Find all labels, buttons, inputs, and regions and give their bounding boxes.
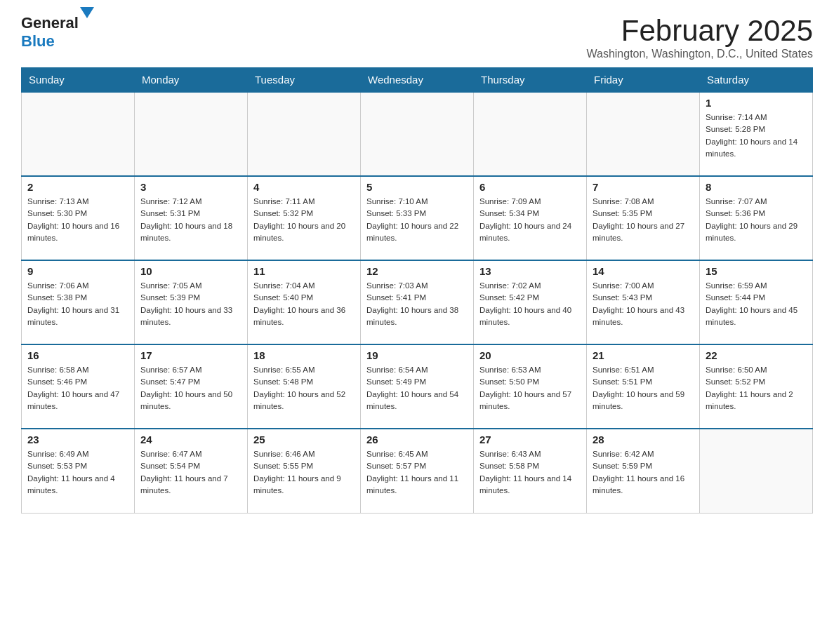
- day-info: Sunrise: 7:04 AMSunset: 5:40 PMDaylight:…: [253, 280, 355, 328]
- week-row-2: 2Sunrise: 7:13 AMSunset: 5:30 PMDaylight…: [22, 176, 813, 260]
- header-monday: Monday: [135, 68, 248, 93]
- day-number: 15: [706, 265, 807, 277]
- day-info: Sunrise: 6:53 AMSunset: 5:50 PMDaylight:…: [479, 364, 581, 412]
- calendar-cell-w2-d2: 3Sunrise: 7:12 AMSunset: 5:31 PMDaylight…: [135, 176, 248, 260]
- day-info: Sunrise: 6:55 AMSunset: 5:48 PMDaylight:…: [253, 364, 355, 412]
- day-info: Sunrise: 6:49 AMSunset: 5:53 PMDaylight:…: [27, 448, 128, 497]
- header-friday: Friday: [587, 68, 700, 93]
- day-number: 26: [366, 434, 468, 445]
- day-number: 21: [593, 349, 694, 361]
- calendar-cell-w4-d6: 21Sunrise: 6:51 AMSunset: 5:51 PMDayligh…: [587, 344, 700, 429]
- header-saturday: Saturday: [700, 68, 813, 93]
- day-number: 8: [706, 181, 807, 193]
- logo-text: General Blue: [21, 14, 94, 51]
- week-row-4: 16Sunrise: 6:58 AMSunset: 5:46 PMDayligh…: [22, 344, 813, 429]
- calendar-cell-w5-d5: 27Sunrise: 6:43 AMSunset: 5:58 PMDayligh…: [474, 429, 587, 513]
- header-sunday: Sunday: [22, 68, 135, 93]
- week-row-1: 1Sunrise: 7:14 AMSunset: 5:28 PMDaylight…: [22, 92, 813, 176]
- day-number: 16: [27, 349, 128, 361]
- day-number: 13: [479, 265, 581, 277]
- header-tuesday: Tuesday: [248, 68, 361, 93]
- day-info: Sunrise: 7:12 AMSunset: 5:31 PMDaylight:…: [140, 196, 241, 244]
- calendar-cell-w5-d2: 24Sunrise: 6:47 AMSunset: 5:54 PMDayligh…: [135, 429, 248, 513]
- calendar-cell-w1-d6: [587, 92, 700, 176]
- day-info: Sunrise: 7:10 AMSunset: 5:33 PMDaylight:…: [366, 196, 468, 244]
- calendar-cell-w5-d6: 28Sunrise: 6:42 AMSunset: 5:59 PMDayligh…: [587, 429, 700, 513]
- calendar-cell-w3-d4: 12Sunrise: 7:03 AMSunset: 5:41 PMDayligh…: [361, 260, 474, 344]
- day-info: Sunrise: 7:09 AMSunset: 5:34 PMDaylight:…: [479, 196, 581, 244]
- page-header: General Blue February 2025 Washington, W…: [21, 14, 813, 60]
- calendar-cell-w1-d1: [22, 92, 135, 176]
- week-row-3: 9Sunrise: 7:06 AMSunset: 5:38 PMDaylight…: [22, 260, 813, 344]
- day-number: 4: [253, 181, 355, 193]
- day-number: 11: [253, 265, 355, 277]
- logo-blue: Blue: [21, 32, 55, 50]
- calendar-cell-w1-d2: [135, 92, 248, 176]
- title-area: February 2025 Washington, Washington, D.…: [586, 14, 813, 60]
- day-number: 24: [140, 434, 241, 445]
- day-info: Sunrise: 6:58 AMSunset: 5:46 PMDaylight:…: [27, 364, 128, 412]
- day-info: Sunrise: 6:50 AMSunset: 5:52 PMDaylight:…: [706, 364, 807, 412]
- calendar-cell-w2-d7: 8Sunrise: 7:07 AMSunset: 5:36 PMDaylight…: [700, 176, 813, 260]
- day-info: Sunrise: 6:46 AMSunset: 5:55 PMDaylight:…: [253, 448, 355, 497]
- calendar-cell-w1-d5: [474, 92, 587, 176]
- day-number: 28: [593, 434, 694, 445]
- day-number: 10: [140, 265, 241, 277]
- calendar-cell-w2-d1: 2Sunrise: 7:13 AMSunset: 5:30 PMDaylight…: [22, 176, 135, 260]
- calendar-cell-w4-d3: 18Sunrise: 6:55 AMSunset: 5:48 PMDayligh…: [248, 344, 361, 429]
- day-info: Sunrise: 7:02 AMSunset: 5:42 PMDaylight:…: [479, 280, 581, 328]
- header-wednesday: Wednesday: [361, 68, 474, 93]
- day-info: Sunrise: 7:08 AMSunset: 5:35 PMDaylight:…: [593, 196, 694, 244]
- day-info: Sunrise: 6:51 AMSunset: 5:51 PMDaylight:…: [593, 364, 694, 412]
- calendar-cell-w2-d5: 6Sunrise: 7:09 AMSunset: 5:34 PMDaylight…: [474, 176, 587, 260]
- day-number: 1: [706, 97, 807, 109]
- day-info: Sunrise: 7:14 AMSunset: 5:28 PMDaylight:…: [706, 112, 807, 160]
- day-info: Sunrise: 7:05 AMSunset: 5:39 PMDaylight:…: [140, 280, 241, 328]
- day-info: Sunrise: 7:03 AMSunset: 5:41 PMDaylight:…: [366, 280, 468, 328]
- calendar-cell-w3-d3: 11Sunrise: 7:04 AMSunset: 5:40 PMDayligh…: [248, 260, 361, 344]
- calendar-table: Sunday Monday Tuesday Wednesday Thursday…: [21, 67, 813, 514]
- weekday-header-row: Sunday Monday Tuesday Wednesday Thursday…: [22, 68, 813, 93]
- day-info: Sunrise: 7:00 AMSunset: 5:43 PMDaylight:…: [593, 280, 694, 328]
- day-number: 6: [479, 181, 581, 193]
- day-number: 14: [593, 265, 694, 277]
- calendar-cell-w3-d5: 13Sunrise: 7:02 AMSunset: 5:42 PMDayligh…: [474, 260, 587, 344]
- day-info: Sunrise: 6:42 AMSunset: 5:59 PMDaylight:…: [593, 448, 694, 497]
- logo-icon: [80, 7, 94, 30]
- day-info: Sunrise: 6:43 AMSunset: 5:58 PMDaylight:…: [479, 448, 581, 497]
- calendar-cell-w4-d2: 17Sunrise: 6:57 AMSunset: 5:47 PMDayligh…: [135, 344, 248, 429]
- location-subtitle: Washington, Washington, D.C., United Sta…: [586, 48, 813, 60]
- day-number: 23: [27, 434, 128, 445]
- logo-general: General: [21, 14, 79, 32]
- day-number: 27: [479, 434, 581, 445]
- calendar-cell-w2-d6: 7Sunrise: 7:08 AMSunset: 5:35 PMDaylight…: [587, 176, 700, 260]
- day-info: Sunrise: 7:13 AMSunset: 5:30 PMDaylight:…: [27, 196, 128, 244]
- calendar-cell-w5-d1: 23Sunrise: 6:49 AMSunset: 5:53 PMDayligh…: [22, 429, 135, 513]
- header-thursday: Thursday: [474, 68, 587, 93]
- calendar-cell-w5-d7: [700, 429, 813, 513]
- calendar-cell-w2-d3: 4Sunrise: 7:11 AMSunset: 5:32 PMDaylight…: [248, 176, 361, 260]
- day-info: Sunrise: 6:47 AMSunset: 5:54 PMDaylight:…: [140, 448, 241, 497]
- calendar-cell-w4-d5: 20Sunrise: 6:53 AMSunset: 5:50 PMDayligh…: [474, 344, 587, 429]
- day-number: 7: [593, 181, 694, 193]
- day-number: 18: [253, 349, 355, 361]
- day-info: Sunrise: 7:06 AMSunset: 5:38 PMDaylight:…: [27, 280, 128, 328]
- calendar-cell-w1-d4: [361, 92, 474, 176]
- day-info: Sunrise: 6:54 AMSunset: 5:49 PMDaylight:…: [366, 364, 468, 412]
- calendar-cell-w5-d3: 25Sunrise: 6:46 AMSunset: 5:55 PMDayligh…: [248, 429, 361, 513]
- day-number: 9: [27, 265, 128, 277]
- day-info: Sunrise: 6:45 AMSunset: 5:57 PMDaylight:…: [366, 448, 468, 497]
- logo: General Blue: [21, 14, 94, 51]
- day-number: 5: [366, 181, 468, 193]
- calendar-cell-w4-d7: 22Sunrise: 6:50 AMSunset: 5:52 PMDayligh…: [700, 344, 813, 429]
- day-info: Sunrise: 7:07 AMSunset: 5:36 PMDaylight:…: [706, 196, 807, 244]
- calendar-cell-w1-d3: [248, 92, 361, 176]
- month-title: February 2025: [586, 14, 813, 48]
- day-number: 2: [27, 181, 128, 193]
- day-number: 19: [366, 349, 468, 361]
- day-info: Sunrise: 7:11 AMSunset: 5:32 PMDaylight:…: [253, 196, 355, 244]
- day-number: 20: [479, 349, 581, 361]
- day-number: 25: [253, 434, 355, 445]
- calendar-cell-w2-d4: 5Sunrise: 7:10 AMSunset: 5:33 PMDaylight…: [361, 176, 474, 260]
- calendar-cell-w3-d7: 15Sunrise: 6:59 AMSunset: 5:44 PMDayligh…: [700, 260, 813, 344]
